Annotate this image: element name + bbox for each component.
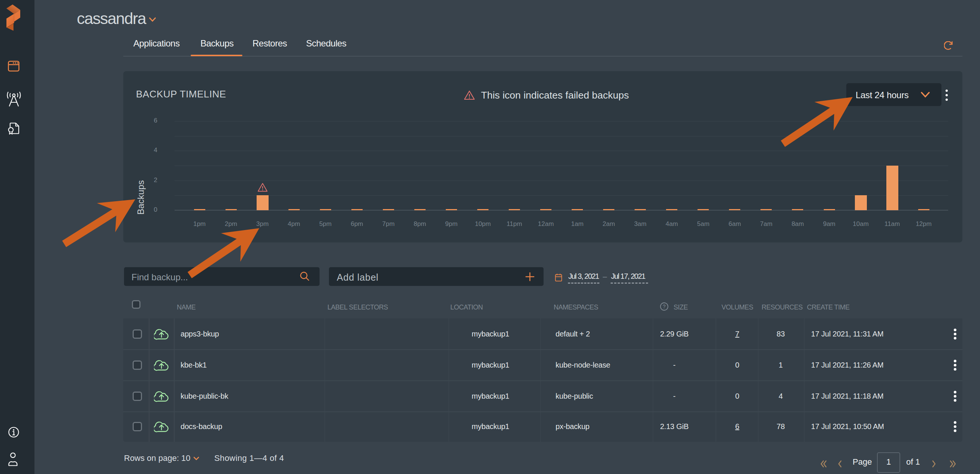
svg-text:?: ? [663, 304, 666, 310]
